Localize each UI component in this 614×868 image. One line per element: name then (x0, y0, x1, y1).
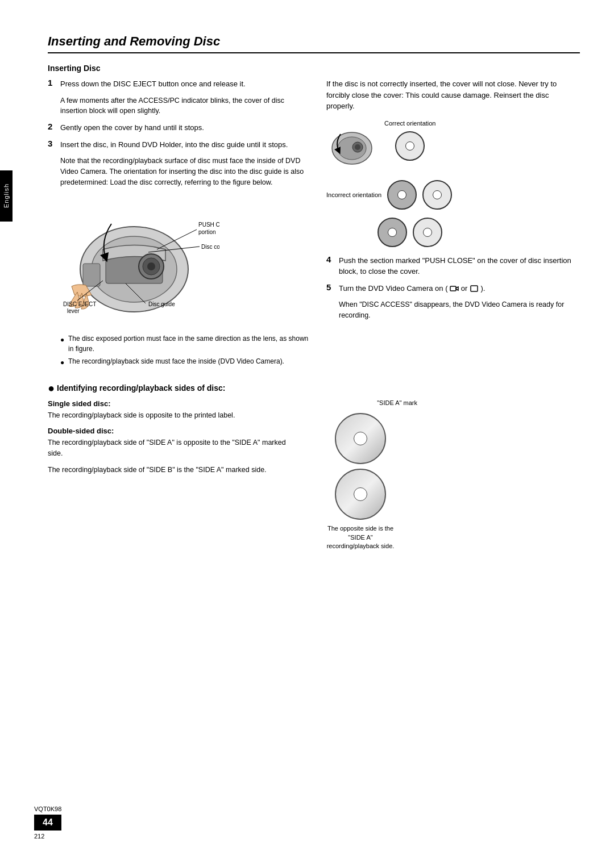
disc-large-top (335, 413, 386, 464)
step-4-text: Push the section marked "PUSH CLOSE" on … (339, 255, 576, 277)
step-2-num: 2 (48, 122, 57, 131)
identifying-section: ● Identifying recording/playback sides o… (48, 382, 580, 550)
sub-para-1: A few moments after the ACCESS/PC indica… (60, 95, 309, 117)
right-intro-text: If the disc is not correctly inserted, t… (326, 78, 576, 112)
step-1-num: 1 (48, 78, 57, 87)
bullet-dot-2: ● (60, 357, 65, 368)
step-3-num: 3 (48, 139, 57, 148)
incorrect-disc-1 (387, 180, 417, 210)
bullet-1-text: The disc exposed portion must face in th… (68, 333, 309, 354)
bullet-2-text: The recording/playback side must face th… (68, 356, 284, 368)
right-column: If the disc is not correctly inserted, t… (326, 78, 576, 373)
sub-para-3: Note that the recording/playback surface… (60, 156, 309, 187)
svg-text:DISC EJECT: DISC EJECT (63, 301, 96, 307)
page-number: 44 (34, 815, 61, 831)
page-container: English Inserting and Removing Disc Inse… (0, 0, 614, 868)
doc-code: VQT0K98 (34, 806, 61, 812)
incorrect-row: Incorrect orientation (326, 180, 576, 210)
step-5: 5 Turn the DVD Video Camera on ( or ). (326, 283, 576, 294)
step-2: 2 Gently open the cover by hand until it… (48, 122, 309, 133)
step-3-text: Insert the disc, in Round DVD Holder, in… (60, 139, 288, 151)
incorrect-disc-2 (422, 180, 452, 210)
camera-arrow-diagram (326, 120, 377, 171)
correct-orientation-section: Correct orientation (326, 120, 576, 171)
step-1: 1 Press down the DISC EJECT button once … (48, 78, 309, 90)
sub-para-5: When "DISC ACCESS" disappears, the DVD V… (339, 299, 576, 321)
disc-side-caption: The opposite side is the "SIDE A" record… (323, 524, 397, 550)
svg-text:portion: portion (198, 229, 216, 235)
svg-rect-21 (450, 286, 456, 291)
step-4: 4 Push the section marked "PUSH CLOSE" o… (326, 255, 576, 277)
correct-label: Correct orientation (384, 120, 436, 127)
svg-text:Disc guide: Disc guide (148, 301, 175, 307)
camera-icon (450, 284, 459, 293)
identifying-bullet: ● (48, 382, 55, 394)
step-5-num: 5 (326, 282, 335, 292)
double-sided-text1: The recording/playback side of "SIDE A" … (48, 437, 292, 459)
disc-large-bottom (335, 469, 386, 520)
step-4-num: 4 (326, 254, 335, 264)
bullet-2: ● The recording/playback side must face … (60, 356, 309, 368)
disc-insertion-figure: PUSH CLOSE portion Disc cover DISC EJECT… (60, 195, 309, 328)
language-tab: English (0, 170, 13, 222)
svg-text:PUSH CLOSE: PUSH CLOSE (198, 222, 219, 228)
section-heading: Inserting Disc (48, 64, 580, 73)
single-sided-label: Single sided disc: (48, 399, 292, 408)
svg-text:Disc cover: Disc cover (201, 244, 219, 250)
two-column-layout: 1 Press down the DISC EJECT button once … (48, 78, 580, 373)
disc-diagram-svg: PUSH CLOSE portion Disc cover DISC EJECT… (60, 195, 219, 326)
bullet-1: ● The disc exposed portion must face in … (60, 333, 309, 354)
bullet-list: ● The disc exposed portion must face in … (60, 333, 309, 368)
incorrect-label: Incorrect orientation (326, 191, 381, 198)
svg-point-6 (147, 262, 155, 270)
correct-disc-circle (395, 131, 425, 161)
photo-icon (470, 284, 479, 293)
identifying-left: Single sided disc: The recording/playbac… (48, 399, 292, 550)
language-label: English (3, 183, 10, 208)
svg-rect-3 (83, 264, 100, 286)
step-2-text: Gently open the cover by hand until it s… (60, 122, 204, 133)
identifying-right: "SIDE A" mark The opposite side is the "… (304, 399, 417, 550)
identifying-two-col: Single sided disc: The recording/playbac… (48, 399, 580, 550)
step-1-text: Press down the DISC EJECT button once an… (60, 78, 246, 90)
step-5-text: Turn the DVD Video Camera on ( or ). (339, 283, 485, 294)
identifying-heading-text: Identifying recording/playback sides of … (57, 383, 225, 393)
svg-point-20 (355, 144, 360, 150)
extra-disc-1 (377, 218, 407, 247)
orientation-diagrams: Correct orientation Incorrect orientatio… (326, 120, 576, 255)
side-a-mark-label: "SIDE A" mark (377, 399, 417, 406)
bullet-dot-1: ● (60, 335, 65, 354)
double-sided-label: Double-sided disc: (48, 427, 292, 435)
page-footer: VQT0K98 44 212 (34, 806, 61, 840)
disc-side-image: "SIDE A" mark The opposite side is the "… (304, 399, 417, 550)
correct-discs: Correct orientation (384, 120, 436, 161)
svg-text:lever: lever (67, 308, 80, 314)
doc-num: 212 (34, 833, 61, 840)
svg-rect-22 (471, 286, 478, 291)
identifying-heading: ● Identifying recording/playback sides o… (48, 382, 580, 394)
extra-discs-row (377, 218, 576, 247)
extra-disc-2 (413, 218, 442, 247)
double-sided-text2: The recording/playback side of "SIDE B" … (48, 465, 292, 475)
page-title: Inserting and Removing Disc (48, 34, 580, 53)
single-sided-text: The recording/playback side is opposite … (48, 410, 292, 421)
left-column: 1 Press down the DISC EJECT button once … (48, 78, 309, 373)
step-3: 3 Insert the disc, in Round DVD Holder, … (48, 139, 309, 151)
